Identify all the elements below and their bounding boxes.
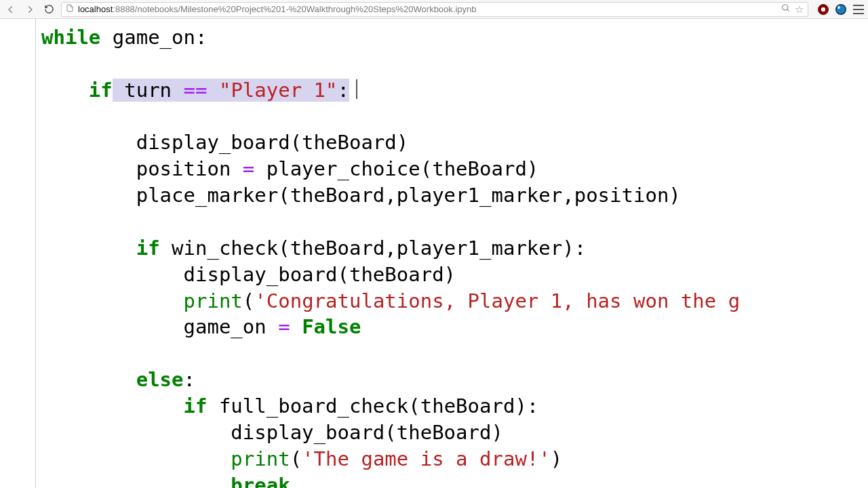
bookmark-star-icon[interactable]: ☆ [795,3,804,16]
browser-toolbar: localhost:8888/notebooks/Milestone%20Pro… [0,0,868,19]
code-line: place_marker(theBoard,player1_marker,pos… [41,182,863,209]
code-line: else: [41,367,863,393]
ublock-icon[interactable] [818,4,829,15]
svg-line-1 [787,9,789,12]
code-line: if turn == "Player 1": [41,77,863,104]
notebook-viewport: while game_on: if turn == "Player 1": di… [0,19,868,488]
svg-point-0 [783,5,788,10]
code-line: display_board(theBoard) [41,129,863,156]
url-text: localhost:8888/notebooks/Milestone%20Pro… [78,4,777,14]
code-line: if win_check(theBoard,player1_marker): [41,235,863,262]
code-line: display_board(theBoard) [41,262,863,288]
code-line [41,104,863,130]
code-line: game_on = False [41,314,863,340]
menu-icon[interactable] [853,5,864,14]
back-button[interactable] [4,3,18,16]
address-bar[interactable]: localhost:8888/notebooks/Milestone%20Pro… [61,2,808,17]
code-line: display_board(theBoard) [41,420,863,446]
url-host: localhost [78,4,113,14]
code-line: break [41,472,863,488]
code-line: print('The game is a draw!') [41,446,863,472]
zoom-icon[interactable] [781,3,791,15]
code-line: if full_board_check(theBoard): [41,393,863,420]
reload-button[interactable] [42,3,56,16]
url-path: :8888/notebooks/Milestone%20Project%201-… [113,4,476,14]
code-cell[interactable]: while game_on: if turn == "Player 1": di… [35,19,868,488]
file-icon [66,3,74,15]
code-line [41,209,863,235]
code-line: position = player_choice(theBoard) [41,156,863,182]
privacy-eye-icon[interactable] [835,4,846,15]
code-line: while game_on: [41,24,863,51]
text-caret [356,79,357,99]
extension-icons [818,4,864,15]
code-line [41,51,863,77]
forward-button[interactable] [23,3,37,16]
code-line [41,340,863,367]
code-line: print('Congratulations, Player 1, has wo… [41,288,863,314]
